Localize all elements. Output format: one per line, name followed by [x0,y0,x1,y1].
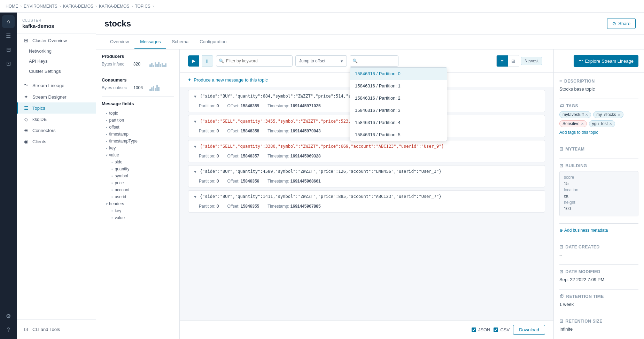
offset-input[interactable]: 15846316 [350,55,398,67]
date-created-value: -- [559,252,638,257]
download-button[interactable]: Download [513,325,545,335]
tag-sensitive-remove[interactable]: ✕ [581,122,584,126]
clients-icon: ◉ [23,139,29,144]
retention-size-section: ⊡ Retention size Infinite [559,318,638,332]
offset-dropdown-item-3[interactable]: 15846316 / Partition: 3 [350,104,447,116]
share-button[interactable]: ⊙ Share [607,18,636,29]
tags-section: 🏷 Tags myfavestuff ✕ my_stocks ✕ [559,103,638,135]
consumers-bytes-value: 1006 [133,85,143,90]
offset-dropdown: 15846316 / Partition: 0 15846316 / Parti… [350,67,447,141]
filter-search-icon: 🔍 [219,59,224,63]
settings-icon-btn[interactable]: ⚙ [2,310,15,322]
field-topic: topic [102,110,174,117]
add-tags-link[interactable]: Add tags to this topic [559,130,638,135]
tag-ygu-test: ygu_test ✕ [589,120,615,127]
sidebar-item-ksqldb-label: ksqlDB [32,117,47,122]
tag-icon-btn[interactable]: ⊡ [2,57,15,70]
msg3-partition: Partition: 0 [199,179,219,184]
offset-dropdown-item-4[interactable]: 15846316 / Partition: 4 [350,116,447,129]
offset-dropdown-item-1[interactable]: 15846316 / Partition: 1 [350,80,447,92]
message-fields-panel: Message fields topic partition offset ti… [96,97,180,339]
tag-myfavestuff-remove[interactable]: ✕ [585,113,588,117]
sidebar-item-cluster-overview[interactable]: ⊞ Cluster Overview [17,35,96,46]
pause-button[interactable]: ⏸ [202,55,213,67]
divider-modified-retention [559,289,638,290]
topics-icon: ☰ [23,105,29,111]
filter-input[interactable] [216,55,293,67]
list-view-button[interactable]: ≡ [497,55,508,67]
cluster-header: Cluster kafka-demos [17,13,96,33]
sidebar-item-stream-designer[interactable]: ✦ Stream Designer [17,91,96,102]
sidebar-item-topics[interactable]: ☰ Topics [17,102,96,114]
grid-view-button[interactable]: ⊞ [508,55,519,67]
headers-group-header[interactable]: headers [104,200,174,207]
sidebar-item-ksqldb[interactable]: ◇ ksqlDB [17,114,96,125]
building-score-value: 15 [564,181,568,186]
jump-to-label: Jump to offset [299,59,325,63]
csv-checkbox[interactable] [494,328,498,332]
message-header-4[interactable]: ▼ {"side":"BUY","quantity":1411,"symbol"… [188,191,545,202]
breadcrumb-environments[interactable]: ENVIRONMENTS [24,4,57,9]
field-side: side [107,159,174,165]
right-panel-header: 〜 Explore Stream Lineage [554,49,644,73]
msg3-timestamp: Timestamp: 1691445968661 [267,179,320,184]
msg0-partition: Partition: 0 [199,103,219,108]
home-icon-btn[interactable]: ⌂ [2,15,15,28]
list-icon-btn[interactable]: ☰ [2,29,15,42]
tab-schema[interactable]: Schema [166,35,194,49]
message-meta-2: Partition: 0 Offset: 15846357 Timestamp:… [188,152,545,162]
value-group-header[interactable]: value [104,152,174,159]
message-fields-title: Message fields [102,101,174,106]
nav-sidebar: Cluster kafka-demos ⊞ Cluster Overview N… [17,13,96,339]
sidebar-item-api-keys[interactable]: API Keys [17,56,96,66]
tag-my-stocks-remove[interactable]: ✕ [618,113,620,117]
building-height-label: height [564,200,575,205]
play-button[interactable]: ▶ [188,55,199,67]
help-icon-btn[interactable]: ? [2,324,15,336]
json-checkbox[interactable] [472,328,476,332]
sidebar-item-cluster-settings[interactable]: Cluster Settings [17,66,96,76]
explore-stream-lineage-button[interactable]: 〜 Explore Stream Lineage [574,55,638,67]
field-quantity: quantity [107,165,174,172]
date-modified-value: Sep. 22 2022 7:09 PM [559,277,638,282]
breadcrumb-kafka-demos-1[interactable]: KAFKA-DEMOS [63,4,93,9]
building-location-row: location [564,187,634,192]
stream-designer-icon: ✦ [23,94,29,100]
breadcrumb-home[interactable]: HOME [6,4,18,9]
sidebar-item-networking[interactable]: Networking [17,46,96,56]
bookmark-icon-btn[interactable]: ⊟ [2,43,15,56]
date-created-icon: ⊡ [559,244,564,249]
tag-my-stocks: my_stocks ✕ [593,111,623,118]
divider-created-modified [559,264,638,265]
breadcrumb-topics: TOPICS [135,4,150,9]
msg2-timestamp: Timestamp: 1691445969328 [267,154,320,159]
jump-to-arrow[interactable]: ▾ [337,55,347,67]
offset-dropdown-item-0[interactable]: 15846316 / Partition: 0 [350,68,447,80]
json-checkbox-wrap: JSON [472,327,490,332]
tab-overview[interactable]: Overview [104,35,134,49]
sidebar-item-clients[interactable]: ◉ Clients [17,136,96,147]
building-score-value-row: 15 [564,181,634,186]
building-score-label: score [564,175,574,180]
offset-dropdown-item-2[interactable]: 15846316 / Partition: 2 [350,92,447,104]
add-meta-link[interactable]: ⊕ Add business metadata [559,228,638,233]
date-modified-icon: ⊡ [559,269,564,274]
jump-to-select[interactable]: Jump to offset [295,55,337,67]
message-card-3: ▼ {"side":"BUY","quantity":4589,"symbol"… [188,165,545,187]
sidebar-item-connectors[interactable]: ⊕ Connectors [17,125,96,136]
sidebar-item-cli-tools[interactable]: ⊡ CLI and Tools [22,324,90,335]
message-header-3[interactable]: ▼ {"side":"BUY","quantity":4589,"symbol"… [188,165,545,177]
sidebar-item-stream-lineage-label: Stream Lineage [32,83,64,88]
page-title: stocks [104,19,131,29]
stream-lineage-icon: 〜 [23,82,29,88]
cluster-name: kafka-demos [22,23,90,29]
nav-section: ⊞ Cluster Overview Networking API Keys C… [17,33,96,148]
building-location-value: ca [564,194,568,199]
sidebar-item-stream-lineage[interactable]: 〜 Stream Lineage [17,79,96,91]
tag-ygu-test-remove[interactable]: ✕ [609,122,612,126]
message-header-2[interactable]: ▼ {"side":"SELL","quantity":3380,"symbol… [188,140,545,152]
breadcrumb-kafka-demos-2[interactable]: KAFKA-DEMOS [99,4,129,9]
offset-dropdown-item-5[interactable]: 15846316 / Partition: 5 [350,129,447,141]
tab-configuration[interactable]: Configuration [194,35,232,49]
tab-messages[interactable]: Messages [134,35,166,49]
